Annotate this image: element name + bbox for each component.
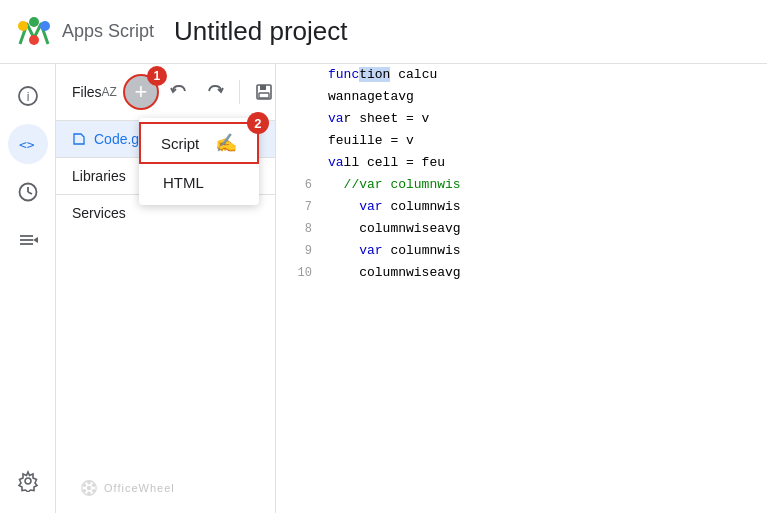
script-label: Script	[161, 135, 199, 152]
code-text-3: var sheet = v	[328, 108, 429, 130]
code-line-4: feuille = v	[276, 130, 767, 152]
svg-point-27	[87, 486, 92, 491]
code-line-3: var sheet = v	[276, 108, 767, 130]
header: Apps Script Untitled project	[0, 0, 767, 64]
code-text-2: wannagetavg	[328, 86, 414, 108]
files-panel: Files AZ + 1 Script ✍ 2	[56, 64, 276, 513]
svg-text:i: i	[26, 90, 29, 104]
sidebar-icon-code[interactable]: <>	[8, 124, 48, 164]
svg-point-26	[83, 484, 87, 488]
files-label: Files	[72, 84, 102, 100]
svg-point-1	[18, 21, 28, 31]
code-line-2: wannagetavg	[276, 86, 767, 108]
svg-point-15	[25, 478, 31, 484]
code-text-7: var columnwis	[328, 196, 461, 218]
svg-point-21	[87, 481, 91, 485]
code-line-10: 10 columnwiseavg	[276, 262, 767, 284]
code-editor[interactable]: function calcu wannagetavg var sheet = v…	[276, 64, 767, 513]
add-button-container: + 1 Script ✍ 2 HTML	[123, 74, 159, 110]
code-line-9: 9 var columnwis	[276, 240, 767, 262]
code-text-4: feuille = v	[328, 130, 414, 152]
line-num-7: 7	[284, 196, 312, 218]
code-text-8: columnwiseavg	[328, 218, 461, 240]
line-num-8: 8	[284, 218, 312, 240]
line-num-6: 6	[284, 174, 312, 196]
svg-point-22	[92, 484, 96, 488]
dropdown-item-html[interactable]: HTML	[139, 164, 259, 201]
plus-icon: +	[134, 79, 147, 105]
code-text: function calcu	[328, 64, 437, 86]
apps-script-logo	[16, 14, 52, 50]
svg-point-4	[29, 35, 39, 45]
code-line-7: 7 var columnwis	[276, 196, 767, 218]
logo-area: Apps Script	[16, 14, 154, 50]
line-num-9: 9	[284, 240, 312, 262]
redo-button[interactable]	[199, 76, 231, 108]
code-line-6: 6 //var columnwis	[276, 174, 767, 196]
code-content: function calcu wannagetavg var sheet = v…	[276, 64, 767, 284]
badge-1: 1	[147, 66, 167, 86]
svg-text:<>: <>	[19, 137, 35, 152]
files-header: Files AZ + 1 Script ✍ 2	[56, 64, 275, 121]
main-layout: i <>	[0, 64, 767, 513]
svg-point-24	[87, 492, 91, 496]
logo-text: Apps Script	[62, 21, 154, 42]
project-title[interactable]: Untitled project	[174, 16, 347, 47]
add-file-dropdown: Script ✍ 2 HTML	[139, 118, 259, 205]
add-file-button[interactable]: + 1	[123, 74, 159, 110]
svg-rect-18	[259, 93, 269, 98]
svg-rect-17	[260, 85, 266, 90]
undo-button[interactable]	[163, 76, 195, 108]
toolbar-divider	[239, 80, 240, 104]
az-label: AZ	[102, 85, 117, 99]
cursor-icon: ✍	[215, 132, 237, 154]
svg-marker-14	[33, 237, 38, 243]
svg-point-25	[83, 489, 87, 493]
code-line-5: vall cell = feu	[276, 152, 767, 174]
code-line-1: function calcu	[276, 64, 767, 86]
watermark-text: OfficeWheel	[104, 482, 175, 494]
icon-sidebar: i <>	[0, 64, 56, 513]
dropdown-item-script[interactable]: Script ✍ 2	[139, 122, 259, 164]
code-line-8: 8 columnwiseavg	[276, 218, 767, 240]
badge-2: 2	[247, 112, 269, 134]
sidebar-icon-settings[interactable]	[8, 461, 48, 501]
svg-line-10	[28, 192, 32, 194]
svg-point-23	[92, 489, 96, 493]
sidebar-icon-menu[interactable]	[8, 220, 48, 260]
code-text-10: columnwiseavg	[328, 262, 461, 284]
code-text-5: vall cell = feu	[328, 152, 445, 174]
svg-point-2	[29, 17, 39, 27]
html-label: HTML	[163, 174, 204, 191]
officewheel-logo	[80, 479, 98, 497]
code-text-6: //var columnwis	[328, 174, 461, 196]
line-num-10: 10	[284, 262, 312, 284]
svg-point-3	[40, 21, 50, 31]
sidebar-icon-info[interactable]: i	[8, 76, 48, 116]
code-text-9: var columnwis	[328, 240, 461, 262]
sidebar-icon-clock[interactable]	[8, 172, 48, 212]
watermark: OfficeWheel	[80, 479, 175, 497]
